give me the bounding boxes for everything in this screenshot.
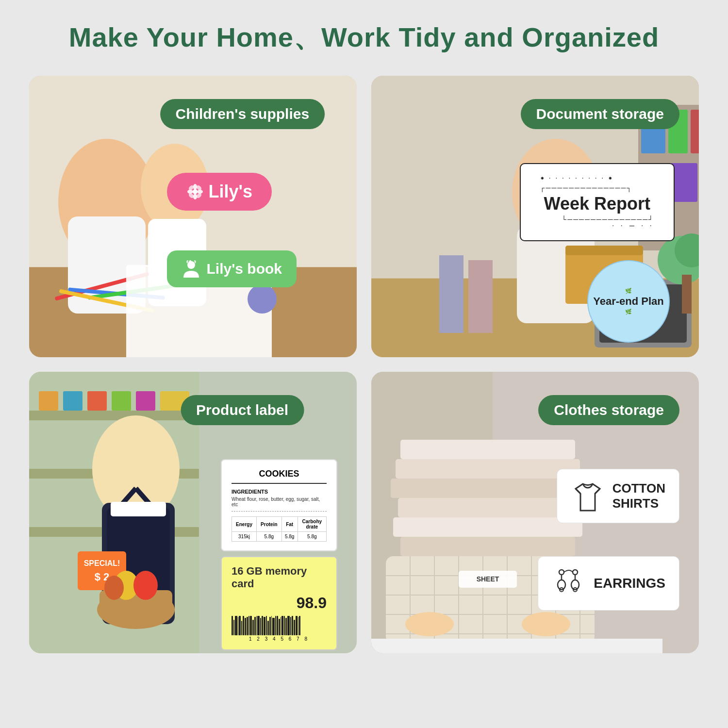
svg-point-13 bbox=[193, 189, 198, 194]
nutrition-table: EnergyProteinFatCarbohydrate 315kj5.8g5.… bbox=[232, 516, 327, 542]
use-case-grid: Children's supplies Lily's bbox=[29, 76, 699, 653]
card2-overlay: Document storage ⁕ · · · · · · · · · ⁕ ┌… bbox=[371, 76, 699, 357]
children-supplies-badge: Children's supplies bbox=[160, 99, 325, 129]
year-end-plan-badge: 🌿 Year-end Plan 🌿 bbox=[587, 260, 670, 343]
card-document-storage: Document storage ⁕ · · · · · · · · · ⁕ ┌… bbox=[371, 76, 699, 357]
barcode bbox=[232, 616, 327, 635]
product-label-badge: Product label bbox=[181, 395, 304, 425]
lilys-book-label: Lily's book bbox=[167, 250, 297, 287]
cotton-shirts-label: COTTON SHIRTS bbox=[557, 469, 679, 523]
card-children-supplies: Children's supplies Lily's bbox=[29, 76, 357, 357]
svg-point-94 bbox=[559, 570, 564, 575]
earrings-label: EARRINGS bbox=[538, 556, 679, 611]
svg-point-22 bbox=[187, 261, 195, 269]
earring-icon bbox=[552, 566, 586, 600]
svg-point-14 bbox=[193, 184, 197, 190]
cookies-label: COOKIES INGREDIENTS Wheat flour, rose, b… bbox=[221, 459, 337, 551]
earrings-text: EARRINGS bbox=[594, 576, 665, 591]
girl-icon bbox=[182, 259, 201, 279]
week-report-label: ⁕ · · · · · · · · · ⁕ ┌──────────────┐ W… bbox=[520, 163, 675, 241]
svg-point-15 bbox=[193, 194, 197, 199]
flower-icon bbox=[186, 183, 204, 200]
shirt-icon bbox=[571, 479, 605, 513]
svg-point-17 bbox=[197, 190, 203, 194]
card-product-label: SPECIAL! $ 2 Product label COOKIES INGRE… bbox=[29, 372, 357, 653]
lilys-label: Lily's bbox=[167, 173, 272, 211]
memory-card-label: 16 GB memory card 98.9 bbox=[221, 556, 337, 650]
svg-point-98 bbox=[573, 570, 578, 575]
clothes-storage-badge: Clothes storage bbox=[538, 395, 679, 425]
cotton-shirts-text: COTTON SHIRTS bbox=[612, 481, 665, 511]
card1-overlay: Children's supplies Lily's bbox=[29, 76, 357, 357]
document-storage-badge: Document storage bbox=[521, 99, 679, 129]
card-clothes-storage: SHEET Clothes storage COTTON bbox=[371, 372, 699, 653]
page-title: Make Your Home、Work Tidy and Organized bbox=[69, 19, 659, 56]
card4-overlay: Clothes storage COTTON SHIRTS bbox=[371, 372, 699, 653]
svg-point-16 bbox=[187, 190, 193, 194]
card3-overlay: Product label COOKIES INGREDIENTS Wheat … bbox=[29, 372, 357, 653]
